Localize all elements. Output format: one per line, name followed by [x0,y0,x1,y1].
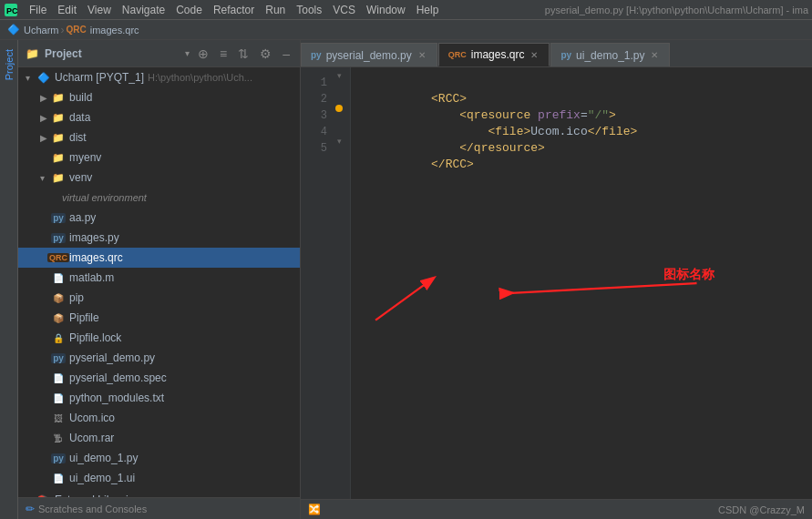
left-tab-strip: Project [0,40,18,519]
svg-text:图标名称: 图标名称 [663,267,715,281]
tree-item-myenv[interactable]: ▶ 📁 myenv [18,148,300,168]
tab-uidemo[interactable]: py ui_demo_1.py ✕ [550,43,670,66]
tree-item-ucomrar[interactable]: ▶ 🗜 Ucom.rar [18,428,300,448]
menu-edit[interactable]: Edit [52,2,82,18]
main-area: Project 📁 Project ▾ ⊕ ≡ ⇅ ⚙ – ▾ 🔷 Ucharm… [0,40,812,519]
tree-item-imagesqrc[interactable]: ▶ QRC images.qrc [18,248,300,268]
tree-item-imagespy[interactable]: ▶ py images.py [18,228,300,248]
menu-code[interactable]: Code [170,2,208,18]
sidebar-add-btn[interactable]: ⊕ [195,46,211,62]
sidebar-sort-btn[interactable]: ⇅ [235,46,252,62]
tree-item-external-libs[interactable]: ▶ 📚 External Libraries [18,490,300,497]
scratches-item[interactable]: ✏ Scratches and Consoles [26,503,147,515]
bottom-bar: 🔀 CSDN @Crazzy_M [301,499,812,519]
breadcrumb: 🔷 Ucharm › QRC images.qrc [0,20,812,40]
menu-help[interactable]: Help [411,2,445,18]
tree-item-pyserial[interactable]: ▶ py pyserial_demo.py [18,348,300,368]
tree-item-uidemopy[interactable]: ▶ py ui_demo_1.py [18,448,300,468]
tree-item-python-modules[interactable]: ▶ 📄 python_modules.txt [18,388,300,408]
sidebar-list-btn[interactable]: ≡ [217,46,230,62]
tab-close-uidemo[interactable]: ✕ [649,50,660,61]
tab-bar: py pyserial_demo.py ✕ QRC images.qrc ✕ p… [301,40,812,67]
breakpoint-dot[interactable] [335,105,343,112]
code-content[interactable]: <RCC> <qresource prefix="/"> <file>Ucom.… [351,67,812,499]
menu-vcs[interactable]: VCS [327,2,361,18]
menu-tools[interactable]: Tools [291,2,327,18]
code-line-1: <RCC> [360,75,803,91]
tree-item-pip[interactable]: ▶ 📦 pip [18,288,300,308]
tree-item-build[interactable]: ▶ 📁 build [18,87,300,107]
bottom-left: 🔀 [308,504,321,515]
tab-close-pyserial[interactable]: ✕ [416,50,427,61]
tree-item-pyserial-spec[interactable]: ▶ 📄 pyserial_demo.spec [18,368,300,388]
sidebar-title: Project [45,47,180,60]
tree-item-ucomico[interactable]: ▶ 🖼 Ucom.ico [18,408,300,428]
sidebar-footer: ✏ Scratches and Consoles [18,497,300,519]
menubar: PC File Edit View Navigate Code Refactor… [0,0,812,20]
code-editor[interactable]: 1 2 3 4 5 ▾ ▾ [301,67,812,499]
menu-file[interactable]: File [24,2,52,18]
git-icon: 🔀 [308,504,321,515]
menu-window[interactable]: Window [361,2,411,18]
window-title: pyserial_demo.py [H:\python\python\Uchar… [545,5,808,15]
project-tab[interactable]: Project [2,44,16,86]
tree-item-matlab[interactable]: ▶ 📄 matlab.m [18,268,300,288]
sidebar: 📁 Project ▾ ⊕ ≡ ⇅ ⚙ – ▾ 🔷 Ucharm [PYQT_1… [18,40,301,519]
sidebar-header: 📁 Project ▾ ⊕ ≡ ⇅ ⚙ – [18,40,300,67]
tree-item-venv[interactable]: ▾ 📁 venv [18,168,300,188]
tree-root[interactable]: ▾ 🔷 Ucharm [PYQT_1] H:\python\python\Uch… [18,67,300,87]
tree-item-dist[interactable]: ▶ 📁 dist [18,127,300,148]
app-logo: PC [4,3,18,17]
editor-area: py pyserial_demo.py ✕ QRC images.qrc ✕ p… [301,40,812,519]
svg-text:PC: PC [6,6,17,15]
menu-refactor[interactable]: Refactor [208,2,260,18]
breadcrumb-ucharm[interactable]: 🔷 Ucharm [7,24,59,36]
tab-imagesqrc[interactable]: QRC images.qrc ✕ [438,43,550,66]
tree-item-venv-label: ▶ virtual environment [18,188,300,208]
sidebar-collapse-btn[interactable]: – [280,46,293,62]
gutter: ▾ ▾ [333,67,351,499]
breadcrumb-file[interactable]: QRC images.qrc [67,25,139,36]
tree-item-uidemoui[interactable]: ▶ 📄 ui_demo_1.ui [18,468,300,488]
menu-view[interactable]: View [82,2,117,18]
tab-close-imagesqrc[interactable]: ✕ [529,49,540,60]
fold-5[interactable]: ▾ [333,133,350,149]
menu-navigate[interactable]: Navigate [117,2,170,18]
menu-run[interactable]: Run [260,2,291,18]
tree-item-pipfilelock[interactable]: ▶ 🔒 Pipfile.lock [18,328,300,348]
sidebar-tree: ▾ 🔷 Ucharm [PYQT_1] H:\python\python\Uch… [18,67,300,497]
watermark: CSDN @Crazzy_M [718,504,805,515]
tab-pyserial[interactable]: py pyserial_demo.py ✕ [301,43,437,66]
tree-item-pipfile[interactable]: ▶ 📦 Pipfile [18,308,300,328]
sidebar-settings-btn[interactable]: ⚙ [257,46,274,62]
fold-1[interactable]: ▾ [333,67,350,84]
tree-item-aapy[interactable]: ▶ py aa.py [18,208,300,228]
tree-item-data[interactable]: ▶ 📁 data [18,107,300,127]
line-numbers: 1 2 3 4 5 [301,67,333,499]
